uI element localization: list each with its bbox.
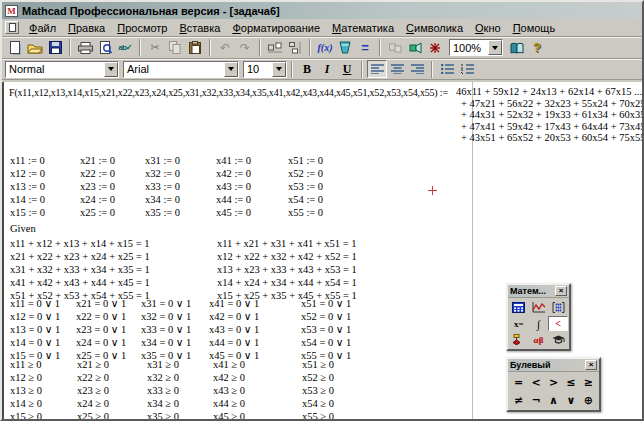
open-button[interactable] xyxy=(25,38,45,57)
binary-constraint-region[interactable]: x43 = 0 ∨ 1 xyxy=(209,323,301,336)
font-size-dropdown-button[interactable] xyxy=(272,62,286,77)
align-left-button[interactable] xyxy=(367,60,387,78)
given-keyword[interactable]: Given xyxy=(10,223,36,234)
nonnegative-constraint-region[interactable]: x35 ≥ 0 xyxy=(147,410,213,419)
menu-item[interactable]: Окно xyxy=(469,20,507,36)
boolean-palette-titlebar[interactable]: Булевый × xyxy=(508,359,599,372)
column-sum-constraint[interactable]: x12 + x22 + x32 + x42 + x52 = 1 xyxy=(217,250,357,263)
menu-item[interactable]: Файл xyxy=(23,20,62,36)
assignment-region[interactable]: x55 := 0 xyxy=(288,206,323,219)
font-combobox[interactable]: Arial xyxy=(123,61,239,78)
resource-center-button[interactable] xyxy=(507,38,527,57)
align-center-button[interactable] xyxy=(387,60,407,78)
binary-constraint-region[interactable]: x44 = 0 ∨ 1 xyxy=(209,336,301,349)
nonnegative-constraint-region[interactable]: x41 ≥ 0 xyxy=(213,358,302,371)
insert-component-button[interactable] xyxy=(405,38,425,57)
math-palette-titlebar[interactable]: Матем... × xyxy=(508,285,569,298)
column-sum-constraint[interactable]: x14 + x24 + x34 + x44 + x54 = 1 xyxy=(217,276,357,289)
assignment-region[interactable]: x41 := 0 xyxy=(216,154,288,167)
binary-constraint-region[interactable]: x24 = 0 ∨ 1 xyxy=(76,336,141,349)
binary-constraint-region[interactable]: x22 = 0 ∨ 1 xyxy=(76,310,141,323)
assignment-region[interactable]: x24 := 0 xyxy=(80,193,145,206)
close-icon[interactable]: × xyxy=(585,360,597,370)
calculus-palette-button[interactable]: ∫ xyxy=(529,316,549,331)
close-icon[interactable]: × xyxy=(555,286,567,296)
assignment-region[interactable]: x22 := 0 xyxy=(80,167,145,180)
assignment-region[interactable]: x34 := 0 xyxy=(145,193,216,206)
row-sum-constraint[interactable]: x41 + x42 + x43 + x44 + x45 = 1 xyxy=(10,276,150,289)
boolean-operator-button[interactable]: ∧ xyxy=(545,393,562,408)
print-preview-button[interactable] xyxy=(95,38,115,57)
nonnegative-constraint-region[interactable]: x12 ≥ 0 xyxy=(10,371,77,384)
nonnegative-constraint-region[interactable]: x15 ≥ 0 xyxy=(10,410,77,419)
zoom-dropdown-button[interactable] xyxy=(488,40,502,55)
assignment-region[interactable]: x25 := 0 xyxy=(80,206,145,219)
evaluation-palette-button[interactable]: x= xyxy=(509,316,529,331)
binary-constraint-region[interactable]: x31 = 0 ∨ 1 xyxy=(141,297,209,310)
worksheet-icon[interactable] xyxy=(5,21,19,34)
evaluate-button[interactable]: = xyxy=(355,38,375,57)
objective-function-lhs[interactable]: F(x11,x12,x13,x14,x15,x21,x22,x23,x24,x2… xyxy=(9,87,448,98)
boolean-operator-button[interactable]: < xyxy=(527,375,544,390)
binary-constraint-region[interactable]: x23 = 0 ∨ 1 xyxy=(76,323,141,336)
nonnegative-constraint-region[interactable]: x23 ≥ 0 xyxy=(77,384,147,397)
menu-item[interactable]: Просмотр xyxy=(111,20,173,36)
objective-function-line[interactable]: 46x11 + 59x12 + 24x13 + 62x14 + 67x15 ..… xyxy=(456,86,642,98)
objective-function-line[interactable]: + 44x31 + 52x32 + 19x33 + 61x34 + 60x35 … xyxy=(456,109,642,121)
nonnegative-constraint-region[interactable]: x52 ≥ 0 xyxy=(302,371,334,384)
italic-button[interactable]: I xyxy=(317,60,337,78)
assignment-region[interactable]: x32 := 0 xyxy=(145,167,216,180)
column-sum-constraint[interactable]: x13 + x23 + x33 + x43 + x53 = 1 xyxy=(217,263,357,276)
font-dropdown-button[interactable] xyxy=(224,62,238,77)
menu-item[interactable]: Символика xyxy=(400,20,469,36)
nonnegative-constraint-region[interactable]: x53 ≥ 0 xyxy=(302,384,334,397)
nonnegative-constraint-region[interactable]: x45 ≥ 0 xyxy=(213,410,302,419)
save-button[interactable] xyxy=(45,38,65,57)
boolean-operator-button[interactable]: ¬ xyxy=(527,393,544,408)
nonnegative-constraint-region[interactable]: x24 ≥ 0 xyxy=(77,397,147,410)
calculator-palette-button[interactable] xyxy=(509,300,529,315)
assignment-region[interactable]: x14 := 0 xyxy=(10,193,80,206)
objective-function-line[interactable]: + 47x21 + 56x22 + 32x23 + 55x24 + 70x25 … xyxy=(456,98,642,110)
row-sum-constraint[interactable]: x11 + x12 + x13 + x14 + x15 = 1 xyxy=(10,237,150,250)
nonnegative-constraint-region[interactable]: x14 ≥ 0 xyxy=(10,397,77,410)
nonnegative-constraint-region[interactable]: x51 ≥ 0 xyxy=(302,358,334,371)
font-size-combobox[interactable]: 10 xyxy=(243,61,287,78)
align-right-button[interactable] xyxy=(407,60,427,78)
menu-item[interactable]: Правка xyxy=(62,20,111,36)
boolean-operator-button[interactable]: ∨ xyxy=(562,393,579,408)
mathcad-app-icon[interactable]: M xyxy=(5,5,18,17)
nonnegative-constraint-region[interactable]: x22 ≥ 0 xyxy=(77,371,147,384)
nonnegative-constraint-region[interactable]: x54 ≥ 0 xyxy=(302,397,334,410)
nonnegative-constraint-region[interactable]: x25 ≥ 0 xyxy=(77,410,147,419)
assignment-region[interactable]: x52 := 0 xyxy=(288,167,323,180)
binary-constraint-region[interactable]: x12 = 0 ∨ 1 xyxy=(10,310,76,323)
objective-function-line[interactable]: + 47x41 + 59x42 + 17x43 + 64x44 + 73x45 … xyxy=(456,121,642,133)
bold-button[interactable]: B xyxy=(297,60,317,78)
nonnegative-constraint-region[interactable]: x43 ≥ 0 xyxy=(213,384,302,397)
binary-constraint-region[interactable]: x13 = 0 ∨ 1 xyxy=(10,323,76,336)
graph-palette-button[interactable] xyxy=(529,300,549,315)
insert-function-button[interactable]: f(x) xyxy=(315,38,335,57)
nonnegative-constraint-region[interactable]: x11 ≥ 0 xyxy=(10,358,77,371)
symbolic-palette-button[interactable] xyxy=(548,332,568,347)
nonnegative-constraint-region[interactable]: x44 ≥ 0 xyxy=(213,397,302,410)
assignment-region[interactable]: x35 := 0 xyxy=(145,206,216,219)
menu-item[interactable]: Вставка xyxy=(173,20,226,36)
assignment-region[interactable]: x33 := 0 xyxy=(145,180,216,193)
binary-constraint-region[interactable]: x34 = 0 ∨ 1 xyxy=(141,336,209,349)
nonnegative-constraint-region[interactable]: x33 ≥ 0 xyxy=(147,384,213,397)
assignment-region[interactable]: x44 := 0 xyxy=(216,193,288,206)
assignment-region[interactable]: x23 := 0 xyxy=(80,180,145,193)
programming-palette-button[interactable] xyxy=(509,332,529,347)
boolean-operator-button[interactable]: = xyxy=(510,375,527,390)
boolean-operator-button[interactable]: ⊕ xyxy=(580,393,597,408)
help-button[interactable]: ? xyxy=(527,38,547,57)
boolean-operator-button[interactable]: ≥ xyxy=(580,375,597,390)
binary-constraint-region[interactable]: x42 = 0 ∨ 1 xyxy=(209,310,301,323)
objective-function-rhs[interactable]: 46x11 + 59x12 + 24x13 + 62x14 + 67x15 ..… xyxy=(456,86,642,144)
objective-function-line[interactable]: + 43x51 + 65x52 + 20x53 + 60x54 + 75x55 xyxy=(456,132,642,144)
binary-constraint-region[interactable]: x52 = 0 ∨ 1 xyxy=(301,310,351,323)
assignment-region[interactable]: x54 := 0 xyxy=(288,193,323,206)
insert-unit-button[interactable] xyxy=(335,38,355,57)
